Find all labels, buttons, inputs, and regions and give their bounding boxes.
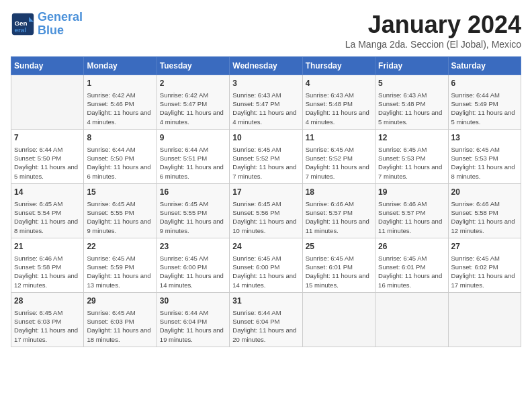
day-number: 26 bbox=[378, 241, 445, 253]
day-info: Sunrise: 6:44 AMSunset: 5:51 PMDaylight:… bbox=[160, 145, 226, 181]
calendar-cell: 6Sunrise: 6:44 AMSunset: 5:49 PMDaylight… bbox=[448, 75, 521, 130]
calendar-cell: 22Sunrise: 6:45 AMSunset: 5:59 PMDayligh… bbox=[84, 238, 157, 292]
day-info: Sunrise: 6:46 AMSunset: 5:57 PMDaylight:… bbox=[378, 199, 445, 235]
header-cell-tuesday: Tuesday bbox=[157, 57, 229, 75]
day-number: 1 bbox=[87, 78, 153, 89]
title-block: January 2024 La Manga 2da. Seccion (El J… bbox=[345, 11, 521, 50]
day-info: Sunrise: 6:43 AMSunset: 5:48 PMDaylight:… bbox=[378, 91, 445, 126]
day-info: Sunrise: 6:45 AMSunset: 5:53 PMDaylight:… bbox=[451, 145, 518, 181]
day-info: Sunrise: 6:46 AMSunset: 5:57 PMDaylight:… bbox=[306, 199, 372, 235]
day-number: 5 bbox=[378, 78, 445, 89]
day-info: Sunrise: 6:43 AMSunset: 5:47 PMDaylight:… bbox=[232, 91, 299, 126]
day-number: 13 bbox=[451, 132, 518, 144]
calendar-cell bbox=[11, 75, 84, 130]
day-info: Sunrise: 6:45 AMSunset: 5:55 PMDaylight:… bbox=[160, 199, 226, 235]
day-info: Sunrise: 6:45 AMSunset: 5:52 PMDaylight:… bbox=[232, 145, 299, 181]
day-info: Sunrise: 6:44 AMSunset: 5:49 PMDaylight:… bbox=[451, 91, 518, 126]
calendar-cell: 8Sunrise: 6:44 AMSunset: 5:50 PMDaylight… bbox=[84, 129, 157, 183]
day-number: 4 bbox=[306, 78, 372, 89]
logo-icon: Gen eral bbox=[11, 12, 35, 36]
day-number: 11 bbox=[306, 132, 372, 144]
calendar-cell: 15Sunrise: 6:45 AMSunset: 5:55 PMDayligh… bbox=[84, 183, 157, 238]
day-number: 29 bbox=[87, 295, 153, 307]
day-number: 16 bbox=[160, 187, 226, 198]
calendar-header: SundayMondayTuesdayWednesdayThursdayFrid… bbox=[11, 57, 521, 75]
calendar-cell: 29Sunrise: 6:45 AMSunset: 6:03 PMDayligh… bbox=[84, 292, 157, 347]
calendar-cell: 26Sunrise: 6:45 AMSunset: 6:01 PMDayligh… bbox=[375, 238, 448, 292]
day-info: Sunrise: 6:45 AMSunset: 5:54 PMDaylight:… bbox=[14, 199, 81, 235]
day-info: Sunrise: 6:45 AMSunset: 6:03 PMDaylight:… bbox=[87, 308, 153, 344]
day-number: 12 bbox=[378, 132, 445, 144]
day-number: 23 bbox=[160, 241, 226, 253]
calendar-cell: 23Sunrise: 6:45 AMSunset: 6:00 PMDayligh… bbox=[157, 238, 229, 292]
day-number: 14 bbox=[14, 187, 81, 198]
day-info: Sunrise: 6:43 AMSunset: 5:48 PMDaylight:… bbox=[306, 91, 372, 126]
day-number: 30 bbox=[160, 295, 226, 307]
day-number: 3 bbox=[232, 78, 299, 89]
calendar-cell: 16Sunrise: 6:45 AMSunset: 5:55 PMDayligh… bbox=[157, 183, 229, 238]
calendar-cell: 30Sunrise: 6:44 AMSunset: 6:04 PMDayligh… bbox=[157, 292, 229, 347]
calendar-cell: 1Sunrise: 6:42 AMSunset: 5:46 PMDaylight… bbox=[84, 75, 157, 130]
day-number: 21 bbox=[14, 241, 81, 253]
calendar-table: SundayMondayTuesdayWednesdayThursdayFrid… bbox=[11, 56, 521, 347]
calendar-cell: 24Sunrise: 6:45 AMSunset: 6:00 PMDayligh… bbox=[230, 238, 302, 292]
header-cell-friday: Friday bbox=[375, 57, 448, 75]
calendar-cell: 13Sunrise: 6:45 AMSunset: 5:53 PMDayligh… bbox=[448, 129, 521, 183]
calendar-cell: 14Sunrise: 6:45 AMSunset: 5:54 PMDayligh… bbox=[11, 183, 84, 238]
day-number: 6 bbox=[451, 78, 518, 89]
day-number: 27 bbox=[451, 241, 518, 253]
day-number: 28 bbox=[14, 295, 81, 307]
day-info: Sunrise: 6:45 AMSunset: 6:01 PMDaylight:… bbox=[306, 254, 372, 289]
day-info: Sunrise: 6:44 AMSunset: 6:04 PMDaylight:… bbox=[232, 308, 299, 344]
calendar-cell: 17Sunrise: 6:45 AMSunset: 5:56 PMDayligh… bbox=[230, 183, 302, 238]
calendar-cell: 2Sunrise: 6:42 AMSunset: 5:47 PMDaylight… bbox=[157, 75, 229, 130]
calendar-cell: 18Sunrise: 6:46 AMSunset: 5:57 PMDayligh… bbox=[302, 183, 375, 238]
day-info: Sunrise: 6:46 AMSunset: 5:58 PMDaylight:… bbox=[14, 254, 81, 289]
week-row-2: 14Sunrise: 6:45 AMSunset: 5:54 PMDayligh… bbox=[11, 183, 521, 238]
header-cell-sunday: Sunday bbox=[11, 57, 84, 75]
day-info: Sunrise: 6:42 AMSunset: 5:47 PMDaylight:… bbox=[160, 91, 226, 126]
svg-text:eral: eral bbox=[14, 26, 26, 33]
day-info: Sunrise: 6:45 AMSunset: 5:59 PMDaylight:… bbox=[87, 254, 153, 289]
calendar-cell: 4Sunrise: 6:43 AMSunset: 5:48 PMDaylight… bbox=[302, 75, 375, 130]
day-info: Sunrise: 6:45 AMSunset: 6:01 PMDaylight:… bbox=[378, 254, 445, 289]
calendar-body: 1Sunrise: 6:42 AMSunset: 5:46 PMDaylight… bbox=[11, 75, 521, 347]
day-number: 22 bbox=[87, 241, 153, 253]
day-info: Sunrise: 6:44 AMSunset: 5:50 PMDaylight:… bbox=[14, 145, 81, 181]
calendar-cell: 5Sunrise: 6:43 AMSunset: 5:48 PMDaylight… bbox=[375, 75, 448, 130]
week-row-0: 1Sunrise: 6:42 AMSunset: 5:46 PMDaylight… bbox=[11, 75, 521, 130]
day-info: Sunrise: 6:45 AMSunset: 5:52 PMDaylight:… bbox=[306, 145, 372, 181]
calendar-cell bbox=[448, 292, 521, 347]
month-title: January 2024 bbox=[345, 11, 521, 39]
day-info: Sunrise: 6:45 AMSunset: 5:53 PMDaylight:… bbox=[378, 145, 445, 181]
day-number: 7 bbox=[14, 132, 81, 144]
calendar-cell: 28Sunrise: 6:45 AMSunset: 6:03 PMDayligh… bbox=[11, 292, 84, 347]
day-info: Sunrise: 6:42 AMSunset: 5:46 PMDaylight:… bbox=[87, 91, 153, 126]
day-info: Sunrise: 6:45 AMSunset: 6:00 PMDaylight:… bbox=[232, 254, 299, 289]
day-info: Sunrise: 6:45 AMSunset: 5:55 PMDaylight:… bbox=[87, 199, 153, 235]
day-number: 20 bbox=[451, 187, 518, 198]
week-row-1: 7Sunrise: 6:44 AMSunset: 5:50 PMDaylight… bbox=[11, 129, 521, 183]
calendar-cell: 12Sunrise: 6:45 AMSunset: 5:53 PMDayligh… bbox=[375, 129, 448, 183]
day-info: Sunrise: 6:45 AMSunset: 6:00 PMDaylight:… bbox=[160, 254, 226, 289]
day-number: 24 bbox=[232, 241, 299, 253]
header-row: SundayMondayTuesdayWednesdayThursdayFrid… bbox=[11, 57, 521, 75]
day-number: 8 bbox=[87, 132, 153, 144]
calendar-cell: 19Sunrise: 6:46 AMSunset: 5:57 PMDayligh… bbox=[375, 183, 448, 238]
calendar-cell: 25Sunrise: 6:45 AMSunset: 6:01 PMDayligh… bbox=[302, 238, 375, 292]
day-number: 15 bbox=[87, 187, 153, 198]
calendar-cell: 27Sunrise: 6:45 AMSunset: 6:02 PMDayligh… bbox=[448, 238, 521, 292]
day-info: Sunrise: 6:46 AMSunset: 5:58 PMDaylight:… bbox=[451, 199, 518, 235]
day-info: Sunrise: 6:45 AMSunset: 6:03 PMDaylight:… bbox=[14, 308, 81, 344]
calendar-cell: 3Sunrise: 6:43 AMSunset: 5:47 PMDaylight… bbox=[230, 75, 302, 130]
logo-text: General Blue bbox=[38, 11, 83, 38]
day-number: 31 bbox=[232, 295, 299, 307]
calendar-cell: 7Sunrise: 6:44 AMSunset: 5:50 PMDaylight… bbox=[11, 129, 84, 183]
calendar-cell: 21Sunrise: 6:46 AMSunset: 5:58 PMDayligh… bbox=[11, 238, 84, 292]
header-cell-thursday: Thursday bbox=[302, 57, 375, 75]
day-info: Sunrise: 6:45 AMSunset: 6:02 PMDaylight:… bbox=[451, 254, 518, 289]
day-number: 2 bbox=[160, 78, 226, 89]
logo: Gen eral General Blue bbox=[11, 11, 83, 38]
week-row-3: 21Sunrise: 6:46 AMSunset: 5:58 PMDayligh… bbox=[11, 238, 521, 292]
location: La Manga 2da. Seccion (El Jobal), Mexico bbox=[345, 39, 521, 50]
